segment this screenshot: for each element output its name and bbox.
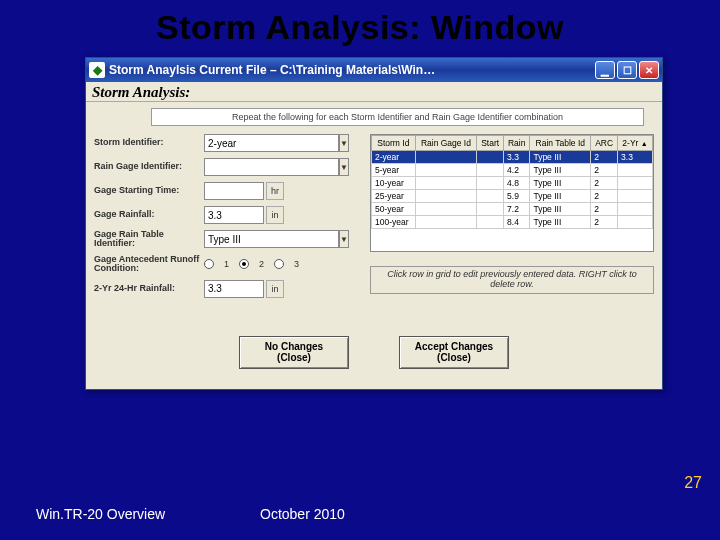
table-cell: 2 xyxy=(591,190,618,203)
table-cell: 8.4 xyxy=(504,216,530,229)
storm-identifier-dropdown-icon[interactable]: ▼ xyxy=(339,134,349,152)
arc-option-2-label: 2 xyxy=(259,259,264,269)
table-cell: 25-year xyxy=(372,190,416,203)
table-cell xyxy=(618,216,653,229)
titlebar[interactable]: ◆ Storm Anaylsis Current File – C:\Train… xyxy=(86,58,662,82)
two-yr-label: 2-Yr 24-Hr Rainfall: xyxy=(94,284,204,293)
accept-changes-button[interactable]: Accept Changes(Close) xyxy=(399,336,509,369)
grid-header: Storm Id xyxy=(372,136,416,151)
app-icon: ◆ xyxy=(89,62,105,78)
table-cell: 7.2 xyxy=(504,203,530,216)
table-cell xyxy=(477,177,504,190)
footer-left: Win.TR-20 Overview xyxy=(36,506,165,522)
form-panel: Storm Identifier: ▼ Rain Gage Identifier… xyxy=(94,134,364,304)
table-cell: 2 xyxy=(591,216,618,229)
storm-identifier-label: Storm Identifier: xyxy=(94,138,204,147)
table-cell: 3.3 xyxy=(618,151,653,164)
table-cell xyxy=(618,203,653,216)
table-cell: Type III xyxy=(530,216,591,229)
table-cell: 5-year xyxy=(372,164,416,177)
table-cell: Type III xyxy=(530,177,591,190)
table-cell: Type III xyxy=(530,203,591,216)
table-cell: 2 xyxy=(591,177,618,190)
rain-table-input[interactable] xyxy=(204,230,339,248)
gage-rainfall-unit: in xyxy=(266,206,284,224)
two-yr-input[interactable] xyxy=(204,280,264,298)
table-cell xyxy=(415,216,476,229)
storm-grid[interactable]: Storm Id Rain Gage Id Start Rain Rain Ta… xyxy=(370,134,654,252)
table-row[interactable]: 25-year5.9Type III2 xyxy=(372,190,653,203)
gage-start-label: Gage Starting Time: xyxy=(94,186,204,195)
table-cell: 100-year xyxy=(372,216,416,229)
window-subheader: Storm Analysis: xyxy=(86,82,662,102)
titlebar-text: Storm Anaylsis Current File – C:\Trainin… xyxy=(109,63,595,77)
minimize-button[interactable]: ▁ xyxy=(595,61,615,79)
grid-instruction: Click row in grid to edit previously ent… xyxy=(370,266,654,294)
grid-header: Rain xyxy=(504,136,530,151)
grid-header: 2-Yr ▲ xyxy=(618,136,653,151)
table-cell xyxy=(415,177,476,190)
table-cell xyxy=(477,203,504,216)
table-cell xyxy=(477,164,504,177)
rain-gage-label: Rain Gage Identifier: xyxy=(94,162,204,171)
table-cell xyxy=(618,177,653,190)
table-cell xyxy=(618,164,653,177)
grid-header-row: Storm Id Rain Gage Id Start Rain Rain Ta… xyxy=(372,136,653,151)
table-cell: 4.2 xyxy=(504,164,530,177)
table-row[interactable]: 50-year7.2Type III2 xyxy=(372,203,653,216)
grid-header: Start xyxy=(477,136,504,151)
arc-radio-2[interactable] xyxy=(239,259,249,269)
maximize-button[interactable]: ☐ xyxy=(617,61,637,79)
rain-gage-dropdown-icon[interactable]: ▼ xyxy=(339,158,349,176)
footer-page-number: 27 xyxy=(684,474,702,492)
instruction-banner: Repeat the following for each Storm Iden… xyxy=(151,108,644,126)
storm-identifier-input[interactable] xyxy=(204,134,339,152)
storm-analysis-window: ◆ Storm Anaylsis Current File – C:\Train… xyxy=(85,57,663,390)
table-cell xyxy=(415,190,476,203)
table-row[interactable]: 2-year3.3Type III23.3 xyxy=(372,151,653,164)
table-cell xyxy=(415,151,476,164)
table-cell: 50-year xyxy=(372,203,416,216)
grid-header: Rain Table Id xyxy=(530,136,591,151)
table-cell: 2 xyxy=(591,203,618,216)
table-cell: 2 xyxy=(591,151,618,164)
gage-start-unit: hr xyxy=(266,182,284,200)
table-cell xyxy=(477,216,504,229)
arc-option-1-label: 1 xyxy=(224,259,229,269)
table-cell xyxy=(477,151,504,164)
table-row[interactable]: 10-year4.8Type III2 xyxy=(372,177,653,190)
table-cell: 10-year xyxy=(372,177,416,190)
grid-header: Rain Gage Id xyxy=(415,136,476,151)
table-cell: 2-year xyxy=(372,151,416,164)
arc-option-3-label: 3 xyxy=(294,259,299,269)
arc-radio-3[interactable] xyxy=(274,259,284,269)
table-cell: 4.8 xyxy=(504,177,530,190)
rain-gage-input[interactable] xyxy=(204,158,339,176)
rain-table-label: Gage Rain Table Identifier: xyxy=(94,230,204,249)
table-cell: 3.3 xyxy=(504,151,530,164)
footer-date: October 2010 xyxy=(260,506,345,522)
table-row[interactable]: 100-year8.4Type III2 xyxy=(372,216,653,229)
gage-rainfall-input[interactable] xyxy=(204,206,264,224)
table-cell: 2 xyxy=(591,164,618,177)
table-cell xyxy=(618,190,653,203)
table-cell: 5.9 xyxy=(504,190,530,203)
slide-title: Storm Analysis: Window xyxy=(0,0,720,57)
gage-start-input[interactable] xyxy=(204,182,264,200)
table-cell: Type III xyxy=(530,190,591,203)
table-cell: Type III xyxy=(530,164,591,177)
table-cell xyxy=(415,203,476,216)
rain-table-dropdown-icon[interactable]: ▼ xyxy=(339,230,349,248)
arc-radio-1[interactable] xyxy=(204,259,214,269)
table-cell xyxy=(477,190,504,203)
arc-label: Gage Antecedent Runoff Condition: xyxy=(94,255,204,274)
gage-rainfall-label: Gage Rainfall: xyxy=(94,210,204,219)
sort-up-icon[interactable]: ▲ xyxy=(641,140,648,147)
no-changes-button[interactable]: No Changes(Close) xyxy=(239,336,349,369)
two-yr-unit: in xyxy=(266,280,284,298)
table-row[interactable]: 5-year4.2Type III2 xyxy=(372,164,653,177)
close-button[interactable]: ✕ xyxy=(639,61,659,79)
grid-header: ARC xyxy=(591,136,618,151)
table-cell xyxy=(415,164,476,177)
table-cell: Type III xyxy=(530,151,591,164)
